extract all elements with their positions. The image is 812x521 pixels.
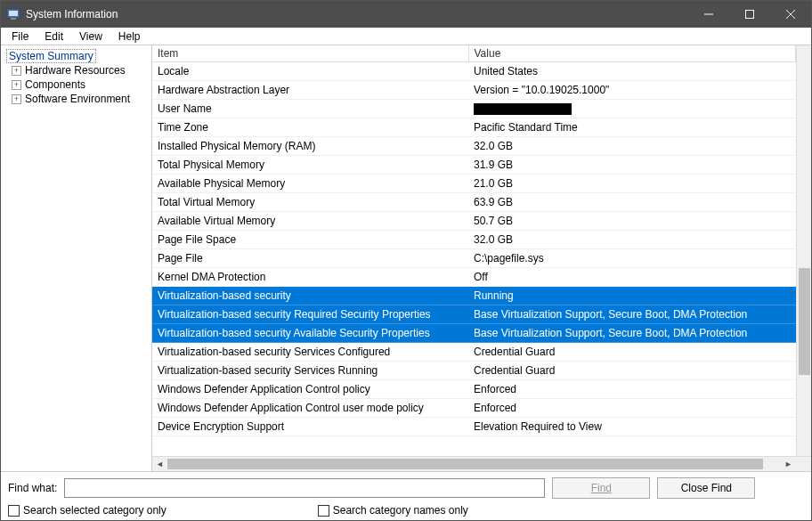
main-pane: Item Value LocaleUnited StatesHardware A… <box>152 45 811 471</box>
table-row[interactable]: Kernel DMA ProtectionOff <box>152 268 796 287</box>
cell-value: Credential Guard <box>468 362 796 380</box>
minimize-button[interactable] <box>688 1 729 28</box>
table-row[interactable]: Installed Physical Memory (RAM)32.0 GB <box>152 137 796 156</box>
window-title: System Information <box>26 8 118 20</box>
table-row[interactable]: Total Virtual Memory63.9 GB <box>152 193 796 212</box>
hscrollbar-thumb[interactable] <box>167 459 763 469</box>
col-header-value[interactable]: Value <box>468 45 796 62</box>
cell-item: Page File Space <box>152 231 468 249</box>
table-row[interactable]: Page File Space32.0 GB <box>152 231 796 249</box>
table-row[interactable]: Virtualization-based securityRunning <box>152 287 796 305</box>
cell-value: Credential Guard <box>468 343 796 362</box>
find-button[interactable]: Find <box>552 477 650 499</box>
table-row[interactable]: Virtualization-based security Services R… <box>152 362 796 380</box>
cell-value: Base Virtualization Support, Secure Boot… <box>468 305 796 324</box>
checkbox-icon[interactable] <box>8 505 20 517</box>
cell-value: Running <box>468 287 796 305</box>
cell-value <box>468 100 796 118</box>
cell-value: Enforced <box>468 380 796 399</box>
checkbox-label: Search category names only <box>333 504 468 517</box>
cell-value: 63.9 GB <box>468 193 796 212</box>
tree-item-label: Hardware Resources <box>25 64 126 77</box>
cell-value: 32.0 GB <box>468 137 796 156</box>
table-row[interactable]: Virtualization-based security Available … <box>152 324 796 343</box>
find-input[interactable] <box>64 478 545 498</box>
tree-item-components[interactable]: + Components <box>12 77 146 92</box>
cell-item: User Name <box>152 100 468 118</box>
titlebar[interactable]: System Information <box>1 1 811 28</box>
find-panel: Find what: Find Close Find Search select… <box>1 472 811 520</box>
cell-value: 50.7 GB <box>468 212 796 231</box>
close-button[interactable] <box>770 1 811 28</box>
table-row[interactable]: User Name <box>152 100 796 118</box>
search-names-checkbox[interactable]: Search category names only <box>318 504 468 517</box>
col-header-item[interactable]: Item <box>152 45 468 62</box>
close-find-button[interactable]: Close Find <box>657 477 755 499</box>
cell-item: Available Virtual Memory <box>152 212 468 231</box>
maximize-button[interactable] <box>729 1 770 28</box>
cell-value: Off <box>468 268 796 287</box>
tree-item-software-environment[interactable]: + Software Environment <box>12 92 146 106</box>
table-row[interactable]: Virtualization-based security Services C… <box>152 343 796 362</box>
table-row[interactable]: Virtualization-based security Required S… <box>152 305 796 324</box>
expand-icon[interactable]: + <box>12 94 21 104</box>
cell-value: 31.9 GB <box>468 156 796 175</box>
app-icon <box>6 7 20 21</box>
scroll-right-icon[interactable]: ► <box>781 457 796 471</box>
table-row[interactable]: Windows Defender Application Control pol… <box>152 380 796 399</box>
checkbox-label: Search selected category only <box>23 504 166 517</box>
window: System Information File Edit View Help S… <box>0 0 812 521</box>
horizontal-scrollbar[interactable]: ◄ ► <box>152 456 811 471</box>
svg-rect-4 <box>746 11 754 19</box>
cell-item: Time Zone <box>152 118 468 137</box>
cell-item: Virtualization-based security Available … <box>152 324 468 343</box>
table-row[interactable]: Time ZonePacific Standard Time <box>152 118 796 137</box>
cell-item: Windows Defender Application Control pol… <box>152 380 468 399</box>
table-row[interactable]: Available Physical Memory21.0 GB <box>152 175 796 193</box>
cell-item: Installed Physical Memory (RAM) <box>152 137 468 156</box>
scrollbar-thumb[interactable] <box>799 268 810 375</box>
table-row[interactable]: Total Physical Memory31.9 GB <box>152 156 796 175</box>
cell-item: Windows Defender Application Control use… <box>152 399 468 418</box>
cell-item: Total Physical Memory <box>152 156 468 175</box>
scroll-left-icon[interactable]: ◄ <box>152 457 167 471</box>
cell-item: Device Encryption Support <box>152 418 468 436</box>
table-row[interactable]: Device Encryption SupportElevation Requi… <box>152 418 796 436</box>
table-row[interactable]: Windows Defender Application Control use… <box>152 399 796 418</box>
cell-value: Elevation Required to View <box>468 418 796 436</box>
svg-rect-1 <box>9 11 18 16</box>
tree-item-label: Components <box>25 78 85 91</box>
cell-item: Virtualization-based security Services R… <box>152 362 468 380</box>
svg-rect-2 <box>11 18 16 20</box>
tree-item-label: Software Environment <box>25 93 130 105</box>
menu-edit[interactable]: Edit <box>37 28 70 45</box>
cell-value: C:\pagefile.sys <box>468 249 796 268</box>
table-row[interactable]: Available Virtual Memory50.7 GB <box>152 212 796 231</box>
cell-value: Version = "10.0.19025.1000" <box>468 81 796 100</box>
cell-item: Virtualization-based security Services C… <box>152 343 468 362</box>
category-tree: System Summary + Hardware Resources + Co… <box>1 45 152 471</box>
vertical-scrollbar[interactable] <box>796 45 811 456</box>
table-row[interactable]: LocaleUnited States <box>152 62 796 81</box>
expand-icon[interactable]: + <box>12 66 21 76</box>
menubar: File Edit View Help <box>1 28 811 45</box>
tree-item-hardware-resources[interactable]: + Hardware Resources <box>12 63 146 77</box>
table-row[interactable]: Page FileC:\pagefile.sys <box>152 249 796 268</box>
tree-root-system-summary[interactable]: System Summary <box>6 49 96 63</box>
menu-help[interactable]: Help <box>111 28 148 45</box>
table-row[interactable]: Hardware Abstraction LayerVersion = "10.… <box>152 81 796 100</box>
cell-value: 32.0 GB <box>468 231 796 249</box>
info-table: Item Value LocaleUnited StatesHardware A… <box>152 45 796 436</box>
cell-item: Hardware Abstraction Layer <box>152 81 468 100</box>
menu-view[interactable]: View <box>72 28 110 45</box>
cell-item: Locale <box>152 62 468 81</box>
cell-value: Base Virtualization Support, Secure Boot… <box>468 324 796 343</box>
redacted-value <box>474 103 572 115</box>
expand-icon[interactable]: + <box>12 80 21 90</box>
menu-file[interactable]: File <box>4 28 36 45</box>
search-selected-checkbox[interactable]: Search selected category only <box>8 504 166 517</box>
cell-item: Kernel DMA Protection <box>152 268 468 287</box>
find-label: Find what: <box>8 482 57 494</box>
checkbox-icon[interactable] <box>318 505 329 517</box>
cell-item: Virtualization-based security Required S… <box>152 305 468 324</box>
